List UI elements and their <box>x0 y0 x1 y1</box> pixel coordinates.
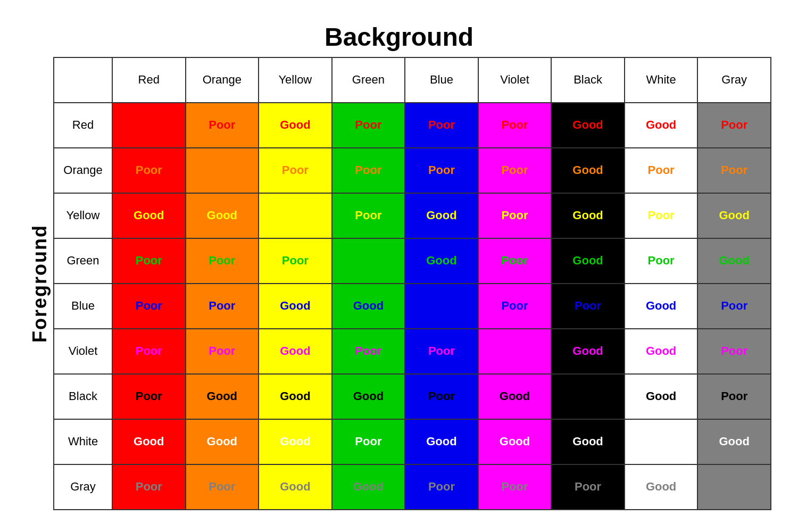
cell: Poor <box>405 374 478 419</box>
cell: Poor <box>405 464 478 510</box>
row-header-green: Green <box>54 238 112 284</box>
cell: Good <box>625 103 698 148</box>
cell: Good <box>625 464 698 510</box>
cell: Poor <box>186 238 259 284</box>
cell: Poor <box>405 329 478 374</box>
cell <box>332 238 405 284</box>
row-header-violet: Violet <box>54 329 112 374</box>
cell: Good <box>697 238 771 284</box>
cell <box>478 329 552 374</box>
cell: Poor <box>186 284 259 329</box>
table-row: BluePoorPoorGoodGoodPoorPoorGoodPoor <box>54 284 771 329</box>
row-header-black: Black <box>54 374 112 419</box>
row-header-white: White <box>54 419 112 464</box>
header-row: RedOrangeYellowGreenBlueVioletBlackWhite… <box>54 57 771 103</box>
cell: Poor <box>112 464 186 510</box>
header-col-black: Black <box>551 57 625 103</box>
header-col-gray: Gray <box>697 57 771 103</box>
cell: Poor <box>186 103 259 148</box>
header-col-yellow: Yellow <box>259 57 332 103</box>
cell: Poor <box>625 238 698 284</box>
header-col-orange: Orange <box>186 57 259 103</box>
cell: Good <box>186 419 259 464</box>
cell: Good <box>332 284 405 329</box>
foreground-label: Foreground <box>29 225 51 343</box>
cell: Poor <box>697 148 771 193</box>
cell: Poor <box>697 374 771 419</box>
cell: Good <box>551 148 625 193</box>
cell: Poor <box>259 238 332 284</box>
cell: Poor <box>112 374 186 419</box>
row-header-orange: Orange <box>54 148 112 193</box>
row-header-blue: Blue <box>54 284 112 329</box>
cell: Good <box>551 238 625 284</box>
row-header-gray: Gray <box>54 464 112 510</box>
cell: Poor <box>332 329 405 374</box>
cell: Poor <box>405 148 478 193</box>
cell: Good <box>259 284 332 329</box>
cell: Good <box>551 329 625 374</box>
table-row: GreenPoorPoorPoorGoodPoorGoodPoorGood <box>54 238 771 284</box>
cell: Good <box>112 419 186 464</box>
cell: Poor <box>112 238 186 284</box>
cell: Good <box>551 193 625 238</box>
cell: Poor <box>186 329 259 374</box>
table-row: OrangePoorPoorPoorPoorPoorGoodPoorPoor <box>54 148 771 193</box>
cell: Good <box>259 103 332 148</box>
cell: Good <box>405 193 478 238</box>
cell: Poor <box>332 193 405 238</box>
cell: Good <box>259 374 332 419</box>
cell: Good <box>551 419 625 464</box>
table-row: YellowGoodGoodPoorGoodPoorGoodPoorGood <box>54 193 771 238</box>
cell <box>551 374 625 419</box>
header-col-violet: Violet <box>478 57 552 103</box>
cell: Poor <box>112 148 186 193</box>
row-header-red: Red <box>54 103 112 148</box>
cell: Good <box>332 374 405 419</box>
cell: Good <box>259 464 332 510</box>
page-title: Background <box>27 22 771 52</box>
cell <box>697 464 771 510</box>
header-col-red: Red <box>112 57 186 103</box>
header-col-white: White <box>625 57 698 103</box>
cell <box>186 148 259 193</box>
table-row: WhiteGoodGoodGoodPoorGoodGoodGoodGood <box>54 419 771 464</box>
cell: Poor <box>259 148 332 193</box>
cell: Poor <box>697 103 771 148</box>
cell: Poor <box>551 284 625 329</box>
cell: Good <box>697 419 771 464</box>
cell: Good <box>697 193 771 238</box>
table-row: VioletPoorPoorGoodPoorPoorGoodGoodPoor <box>54 329 771 374</box>
cell: Poor <box>478 284 552 329</box>
cell: Poor <box>697 284 771 329</box>
cell: Good <box>405 419 478 464</box>
cell: Poor <box>332 103 405 148</box>
table-row: GrayPoorPoorGoodGoodPoorPoorPoorGood <box>54 464 771 510</box>
table-wrapper: Foreground RedOrangeYellowGreenBlueViole… <box>27 57 771 510</box>
cell: Good <box>259 329 332 374</box>
cell: Good <box>625 284 698 329</box>
cell: Poor <box>478 193 552 238</box>
cell: Poor <box>478 148 552 193</box>
cell: Poor <box>625 148 698 193</box>
cell: Poor <box>112 284 186 329</box>
row-header-yellow: Yellow <box>54 193 112 238</box>
table-row: RedPoorGoodPoorPoorPoorGoodGoodPoor <box>54 103 771 148</box>
cell: Good <box>478 374 552 419</box>
cell: Poor <box>332 148 405 193</box>
cell: Good <box>112 193 186 238</box>
cell: Poor <box>697 329 771 374</box>
cell: Poor <box>186 464 259 510</box>
cell: Good <box>186 193 259 238</box>
cell: Poor <box>551 464 625 510</box>
cell <box>625 419 698 464</box>
cell: Poor <box>112 329 186 374</box>
cell: Good <box>186 374 259 419</box>
cell: Poor <box>478 464 552 510</box>
cell <box>112 103 186 148</box>
header-empty <box>54 57 112 103</box>
cell: Good <box>478 419 552 464</box>
cell: Good <box>259 419 332 464</box>
header-col-green: Green <box>332 57 405 103</box>
cell <box>405 284 478 329</box>
